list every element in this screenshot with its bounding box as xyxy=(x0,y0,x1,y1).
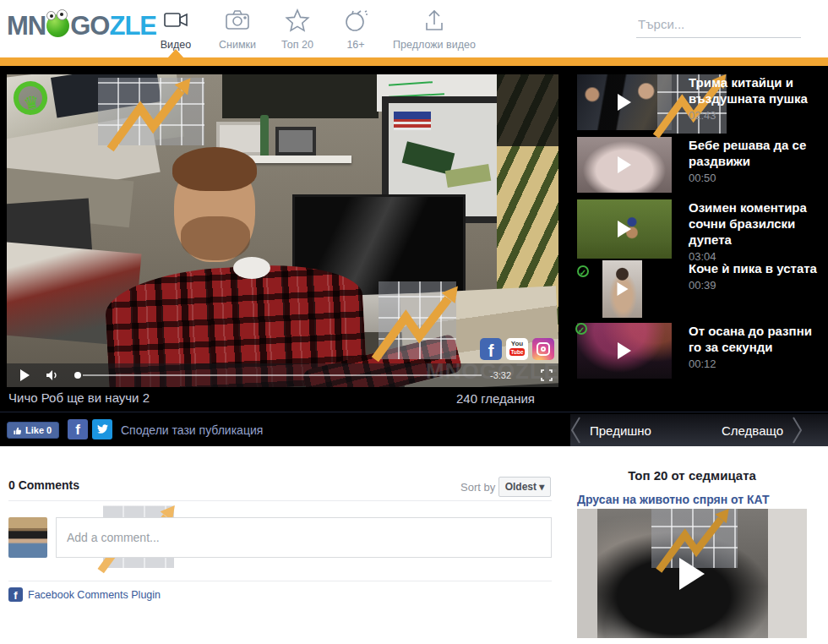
logo-text-2: GO xyxy=(70,11,109,41)
tab-label: Предложи видео xyxy=(393,39,476,51)
progress-bar[interactable] xyxy=(83,374,482,376)
chevron-right-icon xyxy=(792,416,803,445)
play-icon xyxy=(618,221,631,237)
related-title: Озимен коментира сочни бразилски дупета xyxy=(689,199,824,248)
star-icon xyxy=(272,8,323,34)
next-label: Следващо xyxy=(722,423,783,438)
related-duration: 02:43 xyxy=(689,109,824,122)
player-zone: ♛ f You Tube MNOGOZLE xyxy=(0,66,828,446)
video-camera-icon xyxy=(148,8,204,34)
scene-shape xyxy=(275,127,316,156)
watched-check-icon: ✓ xyxy=(577,265,589,277)
time-remaining: -3:32 xyxy=(490,370,511,380)
scene-shape xyxy=(260,115,269,156)
scene-shape xyxy=(181,216,250,260)
previous-button[interactable]: Предишно xyxy=(569,414,651,446)
top20-video-link[interactable]: Друсан на животно спрян от КАТ xyxy=(577,493,807,506)
site-logo[interactable]: MNGOZLE xyxy=(7,11,156,41)
video-player[interactable]: ♛ f You Tube MNOGOZLE xyxy=(7,74,558,387)
comment-input[interactable] xyxy=(56,517,552,558)
logo-ball-icon xyxy=(46,14,69,37)
related-duration: 00:50 xyxy=(689,172,824,184)
related-duration: 00:12 xyxy=(689,357,824,370)
video-title: Чичо Роб ще ви научи 2 xyxy=(8,390,150,405)
logo-text-1: MN xyxy=(7,11,46,41)
play-icon xyxy=(618,156,631,173)
scene-shape xyxy=(172,147,257,191)
player-social-links: f You Tube xyxy=(480,338,554,360)
previous-label: Предишно xyxy=(590,423,651,438)
facebook-like-button[interactable]: Like 0 xyxy=(7,422,59,439)
facebook-icon[interactable]: f xyxy=(8,587,23,602)
next-button[interactable]: Следващо xyxy=(722,414,803,446)
video-thumbnail xyxy=(602,260,642,318)
video-views: 240 гледания xyxy=(456,391,535,406)
fullscreen-icon[interactable] xyxy=(541,369,553,385)
related-video-5[interactable]: ✓ От осана до разпни го за секунди 00:12 xyxy=(577,323,828,380)
accent-bar xyxy=(0,57,828,66)
facebook-share-icon[interactable]: f xyxy=(68,419,88,439)
search-box xyxy=(636,14,801,38)
tab-label: 16+ xyxy=(346,39,364,51)
tab-video[interactable]: Видео xyxy=(148,8,204,52)
photo-camera-icon xyxy=(210,8,264,34)
like-label: Like 0 xyxy=(25,423,52,438)
facebook-icon[interactable]: f xyxy=(480,338,502,360)
tab-16plus[interactable]: 16+ xyxy=(333,8,379,52)
related-video-4[interactable]: ✓ Коче ѝ пика в устата 00:39 xyxy=(577,260,828,321)
video-thumbnail xyxy=(577,323,672,379)
share-text: Сподели тази публикация xyxy=(121,423,263,437)
video-thumbnail xyxy=(577,74,672,130)
instagram-icon[interactable] xyxy=(532,338,554,360)
related-duration: 00:39 xyxy=(689,279,824,292)
sort-dropdown[interactable]: Oldest ▾ xyxy=(498,477,551,497)
upload-icon xyxy=(387,8,482,34)
player-controls: -3:32 xyxy=(7,363,558,387)
play-icon xyxy=(617,282,628,296)
related-video-1[interactable]: Трима китайци и въздушната пушка 02:43 xyxy=(577,74,828,134)
comments-count: 0 Comments xyxy=(8,478,79,492)
facebook-comments-plugin-link[interactable]: Facebook Comments Plugin xyxy=(28,589,161,601)
divider xyxy=(8,581,552,581)
tab-photos[interactable]: Снимки xyxy=(210,8,264,52)
video-thumbnail xyxy=(577,199,672,259)
tab-label: Топ 20 xyxy=(281,39,313,51)
play-icon xyxy=(618,94,631,111)
scene-shape xyxy=(233,257,270,279)
scene-shape xyxy=(394,112,431,130)
progress-handle[interactable] xyxy=(74,372,81,379)
play-icon xyxy=(679,558,705,590)
video-frame xyxy=(7,74,558,387)
chevron-left-icon xyxy=(569,416,581,445)
volume-icon[interactable] xyxy=(46,369,59,385)
scene-shape xyxy=(497,74,558,146)
header: MNGOZLE Видео Снимки Топ 20 16+ xyxy=(0,0,828,57)
play-icon xyxy=(618,342,631,359)
play-button[interactable] xyxy=(20,369,30,381)
related-title: От осана до разпни го за секунди xyxy=(689,323,824,355)
tab-suggest-video[interactable]: Предложи видео xyxy=(387,8,482,52)
twitter-share-icon[interactable] xyxy=(92,419,112,439)
related-video-2[interactable]: Бебе решава да се раздвижи 00:50 xyxy=(577,137,828,196)
related-title: Бебе решава да се раздвижи xyxy=(689,137,824,169)
user-avatar xyxy=(8,517,47,558)
search-input[interactable] xyxy=(636,14,801,38)
tab-top20[interactable]: Топ 20 xyxy=(272,8,323,52)
tab-label: Снимки xyxy=(219,39,256,51)
top20-video-thumbnail[interactable] xyxy=(577,509,807,638)
page: MNGOZLE Видео Снимки Топ 20 16+ xyxy=(0,0,828,644)
related-title: Трима китайци и въздушната пушка xyxy=(689,74,824,106)
watched-check-icon: ✓ xyxy=(575,323,587,335)
thumb-up-icon xyxy=(13,426,22,435)
related-video-3[interactable]: Озимен коментира сочни бразилски дупета … xyxy=(577,199,828,262)
timer-icon xyxy=(333,8,379,34)
youtube-icon[interactable]: You Tube xyxy=(506,338,528,360)
video-thumbnail xyxy=(577,137,672,193)
related-title: Коче ѝ пика в устата xyxy=(689,260,824,276)
sort-by-label: Sort by xyxy=(460,481,495,494)
top20-heading: Топ 20 от седмицата xyxy=(577,468,807,483)
divider xyxy=(8,500,552,501)
scene-shape xyxy=(222,74,379,118)
divider xyxy=(0,412,828,412)
share-bar: Like 0 f Сподели тази публикация Предишн… xyxy=(0,414,828,446)
